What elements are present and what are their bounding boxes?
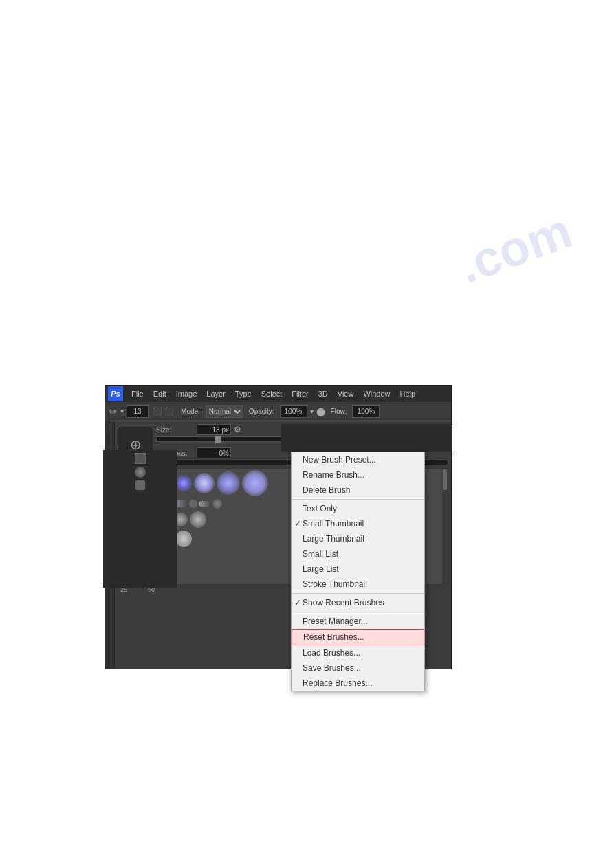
opacity-label: Opacity: bbox=[246, 406, 277, 416]
ctx-new-brush-preset[interactable]: New Brush Preset... bbox=[292, 452, 424, 467]
menu-help[interactable]: Help bbox=[396, 388, 420, 399]
ps-logo: Ps bbox=[108, 386, 123, 401]
brush-r4-6[interactable] bbox=[175, 531, 192, 547]
brush-special-6[interactable] bbox=[189, 500, 197, 508]
brush-thumb-5[interactable] bbox=[194, 473, 215, 493]
brush-tool-icon[interactable]: ✏ bbox=[109, 406, 118, 417]
menu-type[interactable]: Type bbox=[231, 388, 256, 399]
size-label: Size: bbox=[156, 426, 194, 434]
canvas-dark-area bbox=[281, 424, 452, 452]
tool-icon-2[interactable] bbox=[135, 467, 146, 478]
ctx-text-only[interactable]: Text Only bbox=[292, 501, 424, 516]
sidebar-dots: ⋮ bbox=[105, 424, 114, 431]
ctx-sep-1 bbox=[292, 499, 424, 500]
ctx-sep-2 bbox=[292, 593, 424, 594]
ctx-large-thumbnail[interactable]: Large Thumbnail bbox=[292, 531, 424, 546]
hardness-value-input[interactable] bbox=[197, 447, 231, 458]
ctx-rename-brush[interactable]: Rename Brush... bbox=[292, 467, 424, 482]
size-value-input[interactable] bbox=[197, 424, 231, 435]
brush-special-7[interactable] bbox=[199, 501, 210, 507]
tool-icons bbox=[103, 450, 177, 490]
brush-scroll-thumb[interactable] bbox=[443, 469, 447, 490]
opacity-dropdown[interactable]: ▾ bbox=[310, 408, 314, 415]
menu-filter[interactable]: Filter bbox=[287, 388, 312, 399]
brush-gear-icon[interactable]: ⚙ bbox=[234, 425, 241, 434]
watermark: .com bbox=[451, 202, 579, 295]
ctx-stroke-thumbnail[interactable]: Stroke Thumbnail bbox=[292, 577, 424, 592]
flow-input[interactable] bbox=[352, 405, 380, 418]
menu-view[interactable]: View bbox=[333, 388, 358, 399]
brush-thumb-7[interactable] bbox=[242, 470, 268, 496]
mode-select[interactable]: Normal bbox=[206, 405, 243, 418]
brush-size-input[interactable] bbox=[127, 405, 149, 418]
menu-layer[interactable]: Layer bbox=[202, 388, 230, 399]
ctx-replace-brushes[interactable]: Replace Brushes... bbox=[292, 676, 424, 691]
brush-special-8[interactable] bbox=[212, 499, 222, 509]
toolbar: ✏ ▾ ⬛ ⬛ Mode: Normal Opacity: ▾ ⬤ Flow: bbox=[105, 402, 451, 421]
brush-r3-7[interactable] bbox=[190, 511, 206, 528]
ctx-preset-manager[interactable]: Preset Manager... bbox=[292, 614, 424, 629]
menu-3d[interactable]: 3D bbox=[314, 388, 332, 399]
airbrush-icon[interactable]: ⬤ bbox=[316, 407, 325, 416]
menu-file[interactable]: File bbox=[127, 388, 148, 399]
ctx-large-list[interactable]: Large List bbox=[292, 561, 424, 577]
menu-image[interactable]: Image bbox=[172, 388, 201, 399]
ctx-reset-brushes[interactable]: Reset Brushes... bbox=[292, 629, 424, 645]
ctx-save-brushes[interactable]: Save Brushes... bbox=[292, 660, 424, 676]
opacity-input[interactable] bbox=[280, 405, 307, 418]
menu-edit[interactable]: Edit bbox=[149, 388, 171, 399]
brush-thumb-6[interactable] bbox=[217, 471, 240, 495]
size-slider-thumb[interactable] bbox=[215, 436, 221, 443]
ctx-show-recent-brushes[interactable]: Show Recent Brushes bbox=[292, 595, 424, 610]
menu-window[interactable]: Window bbox=[359, 388, 394, 399]
toolbar-icons: ⬛ ⬛ bbox=[153, 407, 174, 416]
tool-icon-3[interactable] bbox=[135, 480, 145, 490]
menu-select[interactable]: Select bbox=[257, 388, 287, 399]
ctx-small-thumbnail[interactable]: Small Thumbnail bbox=[292, 516, 424, 531]
brush-thumb-4[interactable] bbox=[175, 475, 192, 491]
context-menu: New Brush Preset... Rename Brush... Dele… bbox=[291, 452, 425, 691]
flow-label: Flow: bbox=[328, 406, 350, 416]
ctx-load-brushes[interactable]: Load Brushes... bbox=[292, 645, 424, 660]
tool-icon-1[interactable] bbox=[135, 453, 146, 464]
ctx-sep-3 bbox=[292, 612, 424, 612]
menu-bar: Ps File Edit Image Layer Type Select Fil… bbox=[105, 386, 451, 402]
ctx-delete-brush[interactable]: Delete Brush bbox=[292, 482, 424, 498]
brush-scrollbar[interactable] bbox=[442, 469, 448, 584]
ctx-small-list[interactable]: Small List bbox=[292, 546, 424, 561]
tool-panel-area bbox=[103, 450, 177, 588]
brush-dropdown-arrow[interactable]: ▾ bbox=[120, 408, 124, 415]
mode-label: Mode: bbox=[178, 406, 203, 416]
